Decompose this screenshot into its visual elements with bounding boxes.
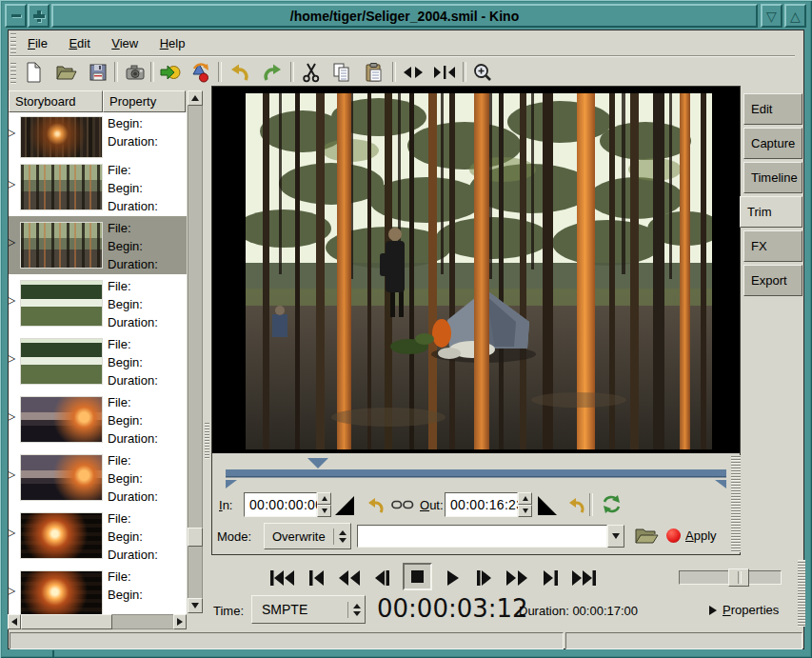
copy-button[interactable] — [328, 59, 354, 85]
set-out-from-player-icon[interactable] — [538, 496, 557, 515]
frame-capture-button[interactable] — [122, 59, 148, 85]
time-format-option-menu[interactable]: SMPTE — [251, 595, 366, 624]
toolbar-separator — [218, 62, 222, 82]
toolbar-handle[interactable] — [10, 61, 16, 84]
scissors-icon — [300, 61, 323, 84]
storyboard-column-header[interactable]: Storyboard — [9, 90, 103, 112]
load-folder-icon[interactable] — [634, 525, 659, 546]
out-timecode-field[interactable]: 00:00:16:23 — [445, 492, 518, 517]
trim-end-marker[interactable] — [715, 480, 726, 489]
refresh-icon[interactable] — [601, 493, 623, 515]
new-file-button[interactable] — [20, 59, 46, 85]
expander-icon[interactable]: ▷ — [9, 468, 15, 481]
in-timecode-field[interactable]: 00:00:00:00 — [244, 492, 317, 517]
hscroll-thumb[interactable] — [21, 614, 112, 629]
expander-icon[interactable]: ▷ — [9, 584, 15, 597]
tab-timeline[interactable]: Timeline — [743, 162, 802, 193]
skip-to-end-button[interactable] — [568, 566, 599, 590]
expander-icon[interactable]: ▷ — [9, 293, 15, 307]
maximize-button[interactable]: △ — [784, 4, 806, 28]
combo-drop-button[interactable] — [607, 525, 624, 548]
storyboard-row[interactable]: ▷ File:Begin:Duration: — [9, 449, 187, 507]
tab-trim[interactable]: Trim — [740, 196, 802, 228]
expander-icon[interactable]: ▷ — [9, 235, 15, 249]
window-stick-button[interactable] — [28, 4, 50, 28]
storyboard-row-selected[interactable]: ▷ File:Begin:Duration: — [9, 216, 187, 274]
menu-edit[interactable]: Edit — [60, 32, 98, 54]
hscroll-left-button[interactable] — [8, 614, 21, 629]
scene-combo-entry[interactable] — [357, 525, 607, 548]
hscroll-right-button[interactable] — [173, 614, 187, 629]
zoom-button[interactable] — [469, 59, 495, 85]
tab-fx[interactable]: FX — [743, 230, 802, 262]
capture-dv-button[interactable] — [157, 59, 183, 85]
shuttle-thumb[interactable] — [728, 568, 749, 587]
storyboard-row[interactable]: ▷ File:Begin:Duration: — [9, 274, 187, 332]
window-menu-button[interactable] — [5, 4, 27, 28]
in-spinner[interactable] — [317, 492, 331, 517]
property-column-header[interactable]: Property — [103, 90, 186, 112]
split-scene-button[interactable] — [400, 59, 426, 85]
open-button[interactable] — [52, 59, 78, 85]
trim-start-marker[interactable] — [226, 480, 237, 489]
properties-toggle[interactable]: Properties — [709, 603, 779, 617]
save-floppy-icon — [87, 61, 109, 84]
expander-icon[interactable]: ▷ — [9, 351, 15, 365]
skip-to-start-button[interactable] — [267, 566, 298, 590]
frame-forward-button[interactable] — [472, 566, 497, 590]
transport-handle[interactable] — [798, 560, 805, 627]
previous-scene-button[interactable] — [305, 566, 329, 590]
redo-button[interactable] — [259, 59, 285, 85]
link-icon[interactable] — [391, 499, 414, 511]
menu-file[interactable]: File — [19, 32, 56, 54]
save-button[interactable] — [85, 59, 110, 85]
storyboard-row[interactable]: ▷ File:Begin:Duration: — [9, 158, 187, 216]
rewind-button[interactable] — [335, 566, 364, 590]
apply-button[interactable]: Apply — [666, 528, 717, 543]
stop-button[interactable] — [403, 563, 432, 590]
frame-back-button[interactable] — [369, 566, 394, 590]
next-scene-button[interactable] — [538, 566, 563, 590]
expander-icon[interactable]: ▷ — [9, 409, 15, 423]
clip-properties: File:Begin:Duration: — [108, 219, 158, 273]
trim-bar[interactable] — [226, 469, 726, 477]
revert-out-icon[interactable] — [566, 494, 585, 515]
paste-button[interactable] — [361, 59, 386, 85]
expander-icon[interactable]: ▷ — [9, 526, 15, 539]
storyboard-row[interactable]: ▷ File:Begin:Duration: — [9, 332, 187, 390]
expander-icon[interactable]: ▷ — [9, 126, 15, 139]
pane-splitter-grip[interactable] — [205, 423, 209, 459]
new-file-icon — [22, 61, 45, 84]
vscroll-thumb[interactable] — [188, 528, 203, 547]
expander-icon[interactable]: ▷ — [9, 177, 15, 190]
storyboard-row[interactable]: ▷ Begin:Duration: — [9, 114, 187, 156]
undo-button[interactable] — [227, 59, 252, 85]
join-scenes-button[interactable] — [431, 59, 457, 85]
storyboard-row[interactable]: ▷ File:Begin:Duration: — [9, 390, 187, 449]
render-preview-button[interactable] — [188, 59, 213, 85]
tab-edit[interactable]: Edit — [743, 93, 802, 125]
menubar-handle[interactable] — [10, 33, 16, 54]
menu-help[interactable]: Help — [151, 32, 194, 54]
storyboard-row[interactable]: ▷ File:Begin: — [9, 565, 187, 614]
play-button[interactable] — [442, 566, 465, 590]
mode-option-menu[interactable]: Overwrite — [264, 523, 351, 549]
storyboard-row[interactable]: ▷ File:Begin:Duration: — [9, 507, 187, 565]
menu-view[interactable]: View — [103, 32, 147, 54]
titlebar[interactable]: /home/tiger/Seliger_2004.smil - Kino — [51, 4, 758, 28]
position-marker[interactable] — [307, 458, 328, 469]
fast-forward-button[interactable] — [503, 566, 531, 590]
clip-thumbnail — [20, 164, 103, 210]
shuttle-thumb-groove — [738, 571, 742, 584]
trim-slider[interactable] — [226, 457, 726, 489]
tab-export[interactable]: Export — [743, 265, 802, 296]
out-spinner[interactable] — [518, 492, 532, 517]
revert-in-icon[interactable] — [366, 494, 385, 515]
vscroll-down-button[interactable] — [188, 598, 203, 613]
trim-toolbar-handle[interactable] — [731, 455, 741, 552]
vscroll-up-button[interactable] — [188, 90, 203, 106]
iconify-button[interactable]: ▽ — [761, 4, 782, 28]
set-in-from-player-icon[interactable] — [335, 496, 354, 515]
cut-button[interactable] — [298, 59, 324, 85]
tab-capture[interactable]: Capture — [743, 128, 802, 159]
